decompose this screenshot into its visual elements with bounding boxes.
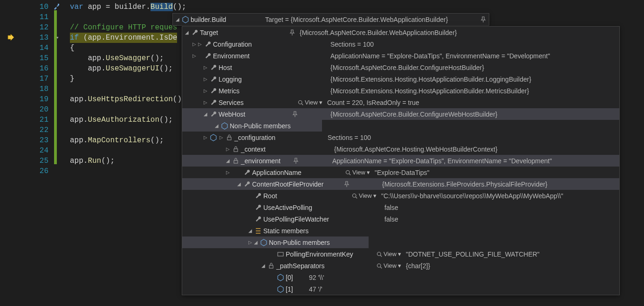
datatip-row[interactable]: ▷ _context {Microsoft.AspNetCore.Hosting… [182, 143, 619, 155]
datatip-row[interactable]: UsePollingFileWatcher false [182, 213, 619, 225]
datatip-value: false [384, 216, 398, 223]
wrench-icon [210, 111, 217, 118]
datatip-value: false [384, 204, 398, 211]
package-icon [260, 239, 267, 246]
expand-icon[interactable]: ▷ [247, 240, 253, 245]
line-number: 22 [0, 125, 61, 135]
expand-icon[interactable]: ▷ [197, 42, 203, 47]
datatip-row[interactable]: ◢ Static members [182, 225, 619, 236]
expand-icon[interactable]: ◢ [175, 17, 180, 22]
expand-icon[interactable]: ▷ [203, 65, 208, 70]
datatip-name: Non-Public members [269, 239, 343, 246]
datatip-name: [0] [286, 274, 309, 281]
datatip-name: _pathSeparators [276, 262, 377, 270]
expand-icon[interactable]: ▷ [203, 135, 208, 140]
datatip-name: Logging [219, 76, 330, 83]
constant-icon [277, 250, 284, 258]
expand-icon[interactable]: ▷ [203, 100, 208, 105]
datatip-row[interactable]: ▷ Host {Microsoft.AspNetCore.Builder.Con… [182, 62, 619, 73]
pin-icon[interactable] [288, 29, 296, 36]
datatip-row[interactable]: ▷ ▷ _configuration Sections = 100 [182, 132, 619, 143]
expand-icon[interactable]: ▷ [192, 42, 197, 47]
datatip-value: Sections = 100 [328, 134, 371, 141]
expand-icon[interactable]: ▷ [225, 170, 231, 175]
expand-icon[interactable]: ◢ [260, 263, 266, 268]
expand-icon[interactable]: ◢ [247, 228, 253, 233]
datatip-row[interactable]: PollingEnvironmentKey View ▾ "DOTNET_USE… [182, 248, 619, 260]
datatip-row[interactable]: ◢ _environment ApplicationName = "Explor… [182, 155, 619, 167]
datatip-row[interactable]: [0] 92 '\\' [182, 271, 619, 283]
datatip-root[interactable]: ◢ builder.Build Target = {Microsoft.AspN… [172, 13, 489, 26]
datatip-row[interactable]: ◢ ContentRootFileProvider {Microsoft.Ext… [182, 178, 619, 190]
datatip-row[interactable]: ▷ ApplicationName View ▾ "Explore-DataTi… [182, 167, 619, 178]
view-dropdown[interactable]: View ▾ [345, 169, 370, 176]
view-dropdown[interactable]: View ▾ [377, 262, 401, 269]
expand-icon[interactable]: ▷ [203, 88, 208, 93]
datatip-value: ApplicationName = "Explore-DataTips", En… [330, 52, 550, 60]
datatip-row[interactable]: ▷ Services View ▾ Count = 220, IsReadOnl… [182, 97, 619, 108]
datatip-row[interactable]: ▷ Logging {Microsoft.Extensions.Hosting.… [182, 73, 619, 85]
datatip-value: {char[2]} [406, 262, 430, 270]
pin-icon[interactable] [480, 16, 487, 23]
line-number: 15 [0, 53, 61, 63]
datatip-name: WebHost [219, 111, 291, 118]
datatip-name: _environment [241, 157, 292, 165]
datatip-row[interactable]: ▷ ▷ Configuration Sections = 100 [182, 38, 619, 50]
svg-rect-1 [227, 137, 231, 140]
view-dropdown[interactable]: View ▾ [377, 250, 401, 257]
datatip-name: Services [219, 99, 298, 106]
expand-icon[interactable]: ◢ [225, 158, 231, 163]
code-line[interactable]: var app = builder.Build(); [70, 2, 644, 12]
datatip-row[interactable]: ◢ Target {Microsoft.AspNetCore.Builder.W… [182, 27, 619, 38]
datatip-expanded[interactable]: ◢ Target {Microsoft.AspNetCore.Builder.W… [182, 26, 620, 295]
wrench-icon [204, 52, 212, 60]
datatip-name: ContentRootFileProvider [252, 181, 343, 188]
datatip-value: {Microsoft.Extensions.Hosting.HostApplic… [330, 76, 531, 83]
line-number: 26 [0, 166, 61, 176]
datatip-row[interactable]: ◢ _pathSeparators View ▾ {char[2]} [173, 260, 619, 271]
datatip-row[interactable]: [1] 47 '/' [182, 283, 619, 295]
wrench-icon [204, 41, 212, 48]
wrench-icon [191, 29, 199, 36]
datatip-row[interactable]: Root View ▾ "C:\\Users\\v-bharve\\source… [182, 190, 619, 202]
fold-chevron-icon[interactable]: ▾ [56, 33, 59, 43]
wrench-icon [210, 87, 217, 95]
expand-icon[interactable]: ◢ [184, 30, 190, 35]
datatip-value: Sections = 100 [330, 41, 374, 48]
datatip-name: Static members [263, 227, 338, 235]
expand-icon[interactable]: ◢ [203, 111, 208, 117]
datatip-row[interactable]: UseActivePolling false [182, 202, 619, 213]
pin-icon[interactable] [291, 111, 299, 118]
datatip-name: UseActivePolling [263, 204, 384, 211]
line-number: 14 [0, 43, 61, 53]
datatip-row[interactable]: ◢ Non-Public members [182, 120, 322, 132]
wrench-icon [254, 204, 262, 211]
expand-icon[interactable]: ▷ [219, 135, 224, 140]
line-number: 11 [0, 12, 61, 22]
line-number: 13 [0, 33, 61, 43]
view-dropdown[interactable]: View ▾ [298, 99, 322, 106]
package-icon [221, 122, 228, 130]
datatip-row[interactable]: ▷ ◢ Non-Public members [182, 236, 369, 248]
expand-icon[interactable]: ◢ [253, 240, 259, 245]
datatip-name: PollingEnvironmentKey [286, 250, 377, 258]
expand-icon[interactable]: ◢ [214, 123, 219, 128]
package-icon [210, 134, 217, 141]
expand-icon[interactable]: ◢ [236, 181, 242, 187]
line-number: 24 [0, 146, 61, 156]
view-dropdown[interactable]: View ▾ [352, 192, 377, 199]
lock-icon [232, 146, 240, 153]
expand-icon[interactable]: ▷ [192, 53, 197, 58]
datatip-row[interactable]: ▷ Metrics {Microsoft.Extensions.Hosting.… [182, 85, 619, 97]
datatip-row[interactable]: ▷ Environment ApplicationName = "Explore… [182, 50, 619, 62]
datatip-row[interactable]: ◢ builder.Build Target = {Microsoft.AspN… [173, 14, 489, 25]
datatip-name: Non-Public members [230, 122, 304, 130]
pin-icon[interactable] [343, 181, 350, 188]
datatip-value: {Microsoft.Extensions.FileProviders.Phys… [382, 181, 548, 188]
pin-icon[interactable] [292, 157, 300, 165]
datatip-row[interactable]: ◢ WebHost {Microsoft.AspNetCore.Builder.… [182, 108, 619, 120]
line-number: 19 [0, 94, 61, 104]
svg-point-9 [377, 264, 381, 267]
expand-icon[interactable]: ▷ [225, 146, 231, 152]
expand-icon[interactable]: ▷ [203, 76, 208, 82]
